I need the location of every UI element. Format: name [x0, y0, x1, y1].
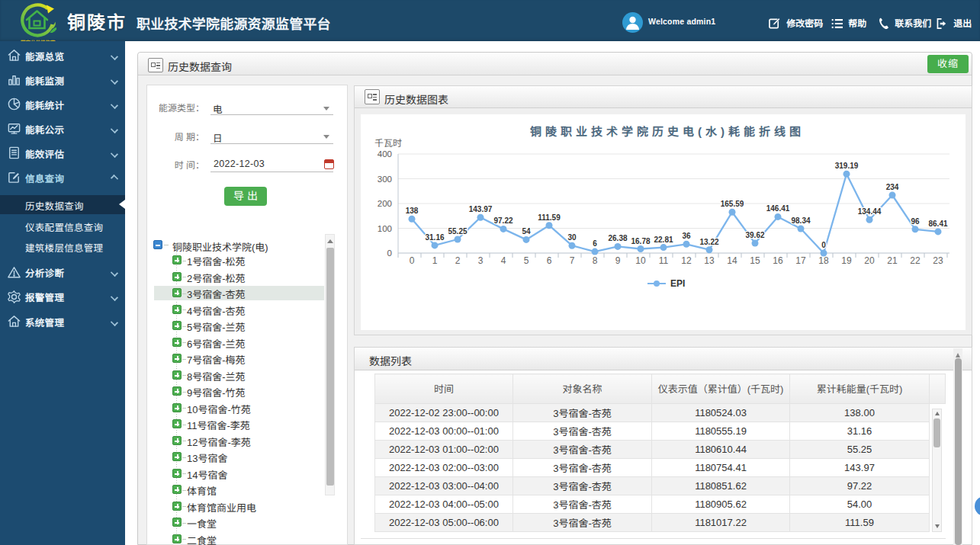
- svg-text:36: 36: [682, 232, 691, 240]
- svg-text:13: 13: [704, 255, 715, 266]
- svg-text:100: 100: [378, 224, 392, 233]
- svg-text:96: 96: [911, 217, 920, 226]
- svg-text:39.62: 39.62: [745, 231, 764, 239]
- svg-text:11: 11: [659, 255, 669, 266]
- svg-text:7: 7: [570, 255, 575, 266]
- svg-text:111.59: 111.59: [538, 213, 561, 222]
- svg-text:6: 6: [593, 239, 597, 248]
- svg-text:146.41: 146.41: [766, 204, 790, 213]
- svg-text:6: 6: [547, 255, 552, 266]
- svg-text:22.81: 22.81: [654, 236, 673, 244]
- svg-text:138: 138: [406, 207, 419, 215]
- svg-text:200: 200: [378, 199, 392, 208]
- svg-text:17: 17: [795, 255, 806, 266]
- svg-text:234: 234: [886, 183, 899, 191]
- svg-text:21: 21: [887, 255, 898, 266]
- svg-text:0: 0: [821, 241, 826, 249]
- svg-text:14: 14: [727, 255, 737, 266]
- svg-text:86.41: 86.41: [928, 220, 947, 228]
- svg-text:143.97: 143.97: [469, 205, 493, 213]
- svg-text:16: 16: [773, 255, 783, 266]
- svg-text:15: 15: [750, 255, 760, 266]
- svg-text:30: 30: [567, 233, 577, 242]
- svg-text:22: 22: [910, 255, 921, 266]
- svg-text:千瓦时: 千瓦时: [374, 138, 402, 149]
- svg-text:1: 1: [432, 255, 438, 266]
- svg-text:2: 2: [455, 255, 461, 266]
- svg-text:19: 19: [841, 255, 852, 266]
- svg-text:12: 12: [681, 255, 692, 266]
- svg-text:13.22: 13.22: [699, 238, 718, 246]
- svg-text:3: 3: [478, 255, 484, 266]
- svg-text:4: 4: [501, 255, 506, 266]
- svg-text:5: 5: [524, 255, 529, 266]
- svg-text:16.78: 16.78: [631, 237, 650, 245]
- svg-text:54: 54: [522, 227, 531, 236]
- svg-text:55.25: 55.25: [448, 227, 467, 236]
- svg-text:300: 300: [378, 175, 392, 184]
- svg-text:18: 18: [818, 255, 829, 266]
- svg-text:0: 0: [410, 255, 415, 266]
- svg-text:EPI: EPI: [670, 278, 685, 289]
- svg-text:319.19: 319.19: [835, 162, 859, 170]
- svg-text:98.34: 98.34: [791, 216, 810, 225]
- svg-text:26.38: 26.38: [608, 234, 627, 242]
- svg-text:20: 20: [864, 255, 875, 266]
- svg-text:8: 8: [593, 255, 598, 266]
- svg-text:铜陵职业技术学院历史电(水)耗能折线图: 铜陵职业技术学院历史电(水)耗能折线图: [530, 125, 805, 138]
- svg-text:31.16: 31.16: [425, 233, 444, 242]
- svg-text:400: 400: [378, 149, 392, 159]
- svg-text:165.59: 165.59: [721, 200, 744, 208]
- svg-text:97.22: 97.22: [493, 216, 512, 225]
- svg-text:9: 9: [615, 255, 621, 266]
- svg-text:0: 0: [387, 248, 392, 258]
- svg-text:134.44: 134.44: [858, 207, 882, 216]
- svg-text:23: 23: [933, 255, 943, 266]
- svg-text:10: 10: [635, 255, 646, 266]
